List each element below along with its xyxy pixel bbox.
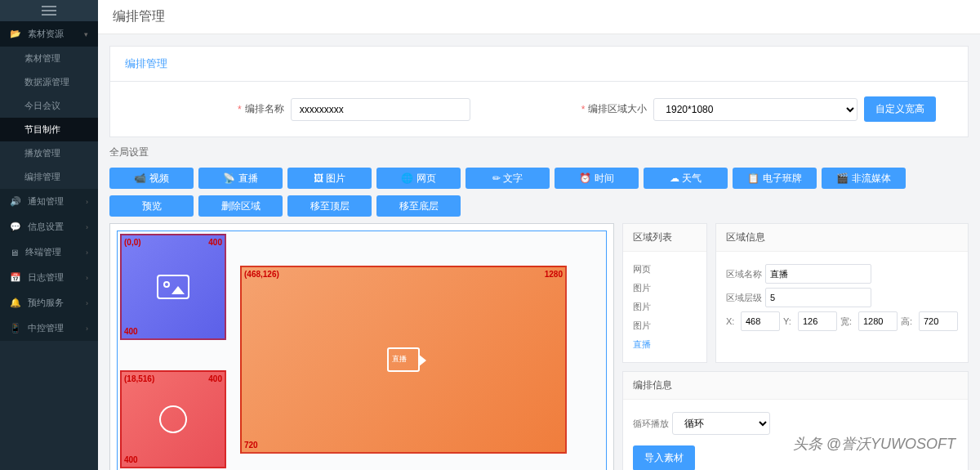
region-info-panel: 区域信息 区域名称 区域层级 X: Y: 宽: 高: xyxy=(715,223,969,363)
image-icon xyxy=(157,275,189,299)
sidebar-item-program[interactable]: 节目制作 xyxy=(0,118,98,141)
sidebar-item-play-mgmt[interactable]: 播放管理 xyxy=(0,141,98,165)
tool-weather[interactable]: ☁ 天气 xyxy=(644,168,728,189)
loop-select[interactable]: 循环 xyxy=(672,412,770,435)
layout-canvas[interactable]: (0,0) 400 400 (468,126) 1280 720 直播 xyxy=(117,231,607,470)
tool-image[interactable]: 🖼 图片 xyxy=(287,168,372,189)
sidebar-section-reserve[interactable]: 🔔预约服务› xyxy=(0,290,98,316)
sidebar-item-datasource[interactable]: 数据源管理 xyxy=(0,70,98,94)
tool-text[interactable]: ✏ 文字 xyxy=(466,168,550,189)
tool-live[interactable]: 📡 直播 xyxy=(198,168,283,189)
arrange-info-title: 编排信息 xyxy=(623,372,968,400)
region-list-title: 区域列表 xyxy=(623,224,706,252)
region-h-input[interactable] xyxy=(919,311,958,331)
sidebar-item-today-meeting[interactable]: 今日会议 xyxy=(0,94,98,118)
arrange-info-panel: 编排信息 循环播放 循环 导入素材 素材名称 ⇅ 素材类型 xyxy=(622,371,969,470)
sidebar-section-info[interactable]: 💬信息设置› xyxy=(0,214,98,239)
tool-video[interactable]: 📹 视频 xyxy=(109,168,194,189)
tool-move-top[interactable]: 移至顶层 xyxy=(287,195,372,217)
toolbar: 📹 视频 📡 直播 🖼 图片 🌐 网页 ✏ 文字 ⏰ 时间 ☁ 天气 📋 电子班… xyxy=(109,168,969,189)
tool-nonstream[interactable]: 🎬 非流媒体 xyxy=(822,168,906,189)
sidebar-toggle[interactable] xyxy=(0,0,98,21)
size-label: *编排区域大小 xyxy=(581,102,648,116)
sidebar-section-terminal[interactable]: 🖥终端管理› xyxy=(0,239,98,265)
sidebar-section-notify[interactable]: 🔊通知管理› xyxy=(0,189,98,214)
region-name-input[interactable] xyxy=(765,264,871,284)
region-1[interactable]: (0,0) 400 400 xyxy=(120,234,226,340)
name-label: *编排名称 xyxy=(238,102,284,116)
region-list-item[interactable]: 网页 xyxy=(633,260,697,279)
sidebar: 📂 素材资源 ▾ 素材管理 数据源管理 今日会议 节目制作 播放管理 编排管理 … xyxy=(0,0,98,470)
region-y-input[interactable] xyxy=(798,311,837,331)
custom-size-button[interactable]: 自定义宽高 xyxy=(864,96,936,122)
main-content: 编排管理 编排管理 *编排名称 *编排区域大小 1920*1080 自定义宽高 … xyxy=(98,0,980,470)
watermark: 头条 @誉沃YUWOSOFT xyxy=(793,434,956,454)
region-info-title: 区域信息 xyxy=(716,224,968,252)
sidebar-item-arrange-mgmt[interactable]: 编排管理 xyxy=(0,165,98,189)
tool-time[interactable]: ⏰ 时间 xyxy=(555,168,639,189)
tool-move-bottom[interactable]: 移至底层 xyxy=(376,195,461,217)
folder-open-icon: 📂 xyxy=(10,29,21,39)
link-icon xyxy=(159,405,187,433)
chevron-down-icon: ▾ xyxy=(84,30,88,38)
menu-icon xyxy=(42,6,56,16)
region-list-panel: 区域列表 网页 图片 图片 图片 直播 xyxy=(622,223,707,363)
page-title: 编排管理 xyxy=(98,0,980,34)
tool-delete-region[interactable]: 删除区域 xyxy=(198,195,283,217)
canvas-container: (0,0) 400 400 (468,126) 1280 720 直播 xyxy=(109,223,614,470)
size-select[interactable]: 1920*1080 xyxy=(653,98,858,121)
tool-preview[interactable]: 预览 xyxy=(109,195,194,217)
region-list-item[interactable]: 直播 xyxy=(633,335,697,354)
sidebar-item-material-mgmt[interactable]: 素材管理 xyxy=(0,47,98,70)
arrange-name-input[interactable] xyxy=(291,98,470,121)
sidebar-section-label: 素材资源 xyxy=(28,28,64,40)
region-list-item[interactable]: 图片 xyxy=(633,316,697,335)
region-3[interactable]: (18,516) 400 400 xyxy=(120,370,226,468)
global-settings-label: 全局设置 xyxy=(109,137,969,168)
sidebar-section-central[interactable]: 📱中控管理› xyxy=(0,316,98,341)
region-list-item[interactable]: 图片 xyxy=(633,279,697,298)
region-level-input[interactable] xyxy=(765,288,871,307)
region-list-item[interactable]: 图片 xyxy=(633,298,697,316)
section-header: 编排管理 xyxy=(110,47,968,82)
sidebar-section-materials[interactable]: 📂 素材资源 ▾ xyxy=(0,21,98,47)
import-material-button[interactable]: 导入素材 xyxy=(633,445,695,470)
region-x-input[interactable] xyxy=(741,311,780,331)
region-w-input[interactable] xyxy=(858,311,898,331)
tool-web[interactable]: 🌐 网页 xyxy=(376,168,461,189)
region-2[interactable]: (468,126) 1280 720 直播 xyxy=(240,266,567,454)
sidebar-section-log[interactable]: 📅日志管理› xyxy=(0,265,98,290)
camera-icon: 直播 xyxy=(387,347,420,372)
tool-board[interactable]: 📋 电子班牌 xyxy=(733,168,817,189)
